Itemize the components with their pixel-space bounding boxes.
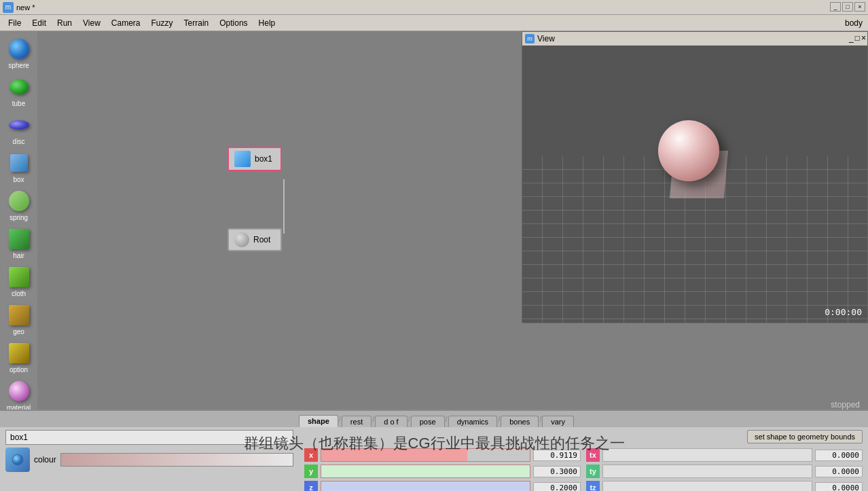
- minimize-button[interactable]: _: [830, 2, 841, 12]
- menu-fuzzy[interactable]: Fuzzy: [146, 17, 179, 29]
- tool-geo-label: geo: [13, 328, 24, 335]
- tool-spring-label: spring: [10, 214, 28, 221]
- tab-pose[interactable]: pose: [411, 416, 445, 427]
- param-label-y: y: [304, 465, 318, 478]
- tool-tube-label: tube: [12, 100, 25, 107]
- node-root-icon: [234, 232, 249, 247]
- view-app-icon: m: [525, 34, 535, 43]
- sphere-icon: [7, 37, 31, 61]
- node-connector: [283, 179, 285, 234]
- menu-edit[interactable]: Edit: [26, 17, 52, 29]
- tool-sphere-label: sphere: [8, 62, 29, 69]
- box-icon: [7, 151, 31, 175]
- menu-run[interactable]: Run: [52, 17, 77, 29]
- param-bar-x[interactable]: [321, 448, 530, 462]
- tool-option-label: option: [10, 366, 28, 374]
- app-icon: m: [3, 2, 14, 13]
- param-bar-z[interactable]: [321, 481, 530, 491]
- param-value-ty[interactable]: 0.0000: [815, 466, 863, 477]
- view-minimize-button[interactable]: _: [849, 33, 854, 43]
- tab-rest[interactable]: rest: [342, 416, 372, 427]
- node-box1[interactable]: box1: [228, 147, 282, 171]
- param-row-z: z 0.2000: [304, 480, 581, 491]
- tool-cloth[interactable]: cloth: [3, 262, 35, 300]
- tool-box-label: box: [13, 176, 24, 183]
- param-bar-tz[interactable]: [602, 481, 812, 491]
- param-value-tx[interactable]: 0.0000: [815, 450, 863, 461]
- param-row-x: x 0.9119: [304, 448, 581, 462]
- tool-hair-label: hair: [13, 252, 24, 259]
- view-titlebar: m View _ □ ×: [522, 32, 867, 46]
- menu-help[interactable]: Help: [253, 17, 281, 29]
- param-label-x: x: [304, 448, 318, 462]
- param-label-tz: tz: [586, 481, 600, 491]
- view-sphere: [658, 120, 719, 181]
- params-columns: x 0.9119 y 0.3000 z 0.2000: [304, 448, 863, 491]
- tab-vary[interactable]: vary: [542, 416, 574, 427]
- tool-box[interactable]: box: [3, 148, 35, 186]
- view-title: View: [537, 34, 555, 43]
- colour-icon: [5, 448, 30, 472]
- tool-disc-label: disc: [13, 138, 25, 145]
- param-row-tz: tz 0.0000: [586, 480, 863, 491]
- node-root[interactable]: Root: [228, 228, 282, 251]
- tool-option[interactable]: option: [3, 338, 35, 376]
- left-toolbar: sphere tube disc box spring hair cloth: [0, 31, 37, 410]
- colour-row: colour: [5, 448, 293, 472]
- set-bounds-button[interactable]: set shape to geometry bounds: [747, 430, 863, 443]
- close-button[interactable]: ×: [854, 2, 865, 12]
- menu-terrain[interactable]: Terrain: [179, 17, 215, 29]
- bottom-right: set shape to geometry bounds x 0.9119 y …: [299, 427, 868, 491]
- colour-label: colour: [34, 455, 56, 465]
- window-title: new *: [16, 3, 35, 12]
- titlebar: m new * _ □ ×: [0, 0, 868, 15]
- tab-shape[interactable]: shape: [299, 415, 338, 427]
- param-value-x[interactable]: 0.9119: [533, 450, 581, 461]
- param-bar-ty[interactable]: [602, 465, 812, 478]
- view-close-button[interactable]: ×: [861, 33, 866, 43]
- tab-bones[interactable]: bones: [501, 416, 539, 427]
- tool-geo[interactable]: geo: [3, 300, 35, 338]
- tube-icon: [7, 75, 31, 99]
- menu-file[interactable]: File: [3, 17, 26, 29]
- tool-spring[interactable]: spring: [3, 186, 35, 224]
- param-value-z[interactable]: 0.2000: [533, 482, 581, 492]
- svg-point-0: [12, 454, 23, 465]
- hair-icon: [7, 227, 31, 251]
- tool-disc[interactable]: disc: [3, 110, 35, 148]
- param-value-y[interactable]: 0.3000: [533, 466, 581, 477]
- tool-tube[interactable]: tube: [3, 72, 35, 110]
- spring-icon: [7, 189, 31, 213]
- param-row-y: y 0.3000: [304, 464, 581, 479]
- param-value-tz[interactable]: 0.0000: [815, 482, 863, 492]
- menu-options[interactable]: Options: [214, 17, 253, 29]
- node-box-icon: [234, 151, 251, 167]
- colour-swatch[interactable]: [60, 453, 293, 467]
- tab-dof[interactable]: d o f: [375, 416, 407, 427]
- view-window: m View _ □ × 0:00:00: [522, 31, 868, 323]
- tab-dynamics[interactable]: dynamics: [448, 416, 497, 427]
- node-root-label: Root: [253, 235, 270, 244]
- view-window-controls: _ □ ×: [849, 33, 866, 43]
- param-bar-y[interactable]: [321, 465, 530, 478]
- tool-material[interactable]: material: [3, 376, 35, 410]
- bottom-content: colour set shape to geometry bounds x 0.…: [0, 427, 868, 491]
- node-name-input[interactable]: [5, 430, 293, 445]
- param-row-tx: tx 0.0000: [586, 448, 863, 462]
- menu-camera[interactable]: Camera: [106, 17, 146, 29]
- params-col-right: tx 0.0000 ty 0.0000 tz 0.0000: [586, 448, 863, 491]
- view-maximize-button[interactable]: □: [855, 33, 860, 43]
- params-col-left: x 0.9119 y 0.3000 z 0.2000: [304, 448, 581, 491]
- material-icon: [7, 379, 31, 403]
- param-label-z: z: [304, 481, 318, 491]
- tabs-bar: shape / rest / d o f / pose / dynamics /…: [0, 411, 868, 427]
- body-label: body: [845, 18, 863, 28]
- node-box1-label: box1: [255, 154, 272, 164]
- view-content[interactable]: 0:00:00: [522, 46, 867, 323]
- maximize-button[interactable]: □: [842, 2, 853, 12]
- menu-view[interactable]: View: [77, 17, 106, 29]
- geo-icon: [7, 303, 31, 327]
- tool-hair[interactable]: hair: [3, 224, 35, 262]
- tool-sphere[interactable]: sphere: [3, 34, 35, 72]
- param-bar-tx[interactable]: [602, 448, 812, 462]
